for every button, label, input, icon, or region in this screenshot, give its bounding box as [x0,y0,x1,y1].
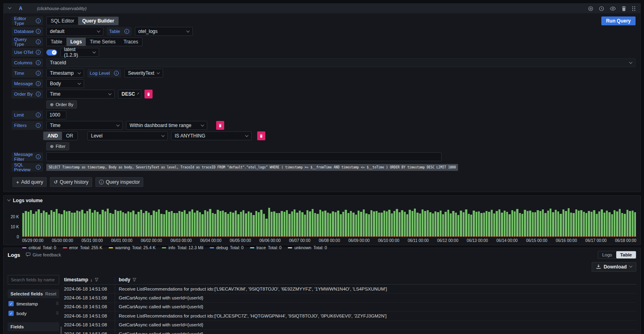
timestamp-column-header[interactable]: timestamp ↓ [64,277,115,283]
legend-swatch [250,247,254,248]
table-row[interactable]: 2024-06-18 14:51:08GetCartAsync called w… [64,293,636,302]
x-tick: 06/02 00:00 [141,238,162,243]
bool-or-option[interactable]: OR [62,132,77,140]
remove-order-by-button[interactable] [144,90,153,98]
info-icon[interactable]: i [36,50,41,55]
info-icon[interactable]: i [36,18,41,23]
legend-item-info[interactable]: infoTotal: 12.3 Mil [162,245,203,250]
order-by-row: Order By i Time DESC [12,90,636,98]
drag-handle-icon[interactable] [632,6,636,11]
query-inspector-button[interactable]: i Query inspector [95,177,144,187]
volume-bar [60,214,62,237]
drag-handle-icon[interactable]: ⠿ [56,311,58,316]
logs-volume-header[interactable]: Logs volume [8,198,636,203]
remove-filter-condition-button[interactable] [257,131,265,140]
info-icon[interactable]: i [36,165,41,170]
download-button[interactable]: Download [592,262,636,272]
otel-version-select[interactable]: latest (1.2.9) [60,48,99,57]
history-icon[interactable] [599,6,604,11]
volume-bar [176,213,178,237]
limit-input[interactable] [46,111,66,119]
add-filter-button[interactable]: ⊕ Filter [46,142,69,150]
legend-item-trace[interactable]: traceTotal: 0 [250,245,281,250]
info-icon[interactable]: i [36,92,41,96]
add-query-button[interactable]: + Add query [12,177,47,187]
table-row[interactable]: 2024-06-18 14:51:08GetCartAsync called w… [64,303,636,311]
info-icon[interactable]: i [36,81,41,86]
timestamp-cell: 2024-06-18 14:51:08 [64,287,115,291]
table-row[interactable]: 2024-06-18 14:51:08GetCartAsync called w… [64,321,636,330]
info-icon[interactable]: i [114,71,119,76]
drag-handle-icon[interactable]: ⠿ [56,301,58,306]
info-icon[interactable]: i [36,60,41,65]
info-icon[interactable]: i [36,123,41,128]
add-order-by-button[interactable]: ⊕ Order By [46,100,77,109]
info-icon[interactable]: i [36,39,41,44]
bool-and-option[interactable]: AND [43,132,62,140]
filter-level-select[interactable]: Level [87,131,168,140]
info-icon[interactable]: i [36,71,41,76]
give-feedback-link[interactable]: Give feedback [26,252,61,258]
message-column-select[interactable]: Body [46,79,84,88]
remove-filter-button[interactable] [216,121,224,130]
info-icon[interactable]: i [36,29,41,34]
columns-row: Columns i TraceId [12,58,636,67]
volume-bar [534,212,536,237]
filter-operator-select[interactable]: IS ANYTHING [171,131,252,140]
message-filter-input[interactable] [46,152,442,161]
chevron-down-icon[interactable] [8,6,11,9]
search-fields-input[interactable] [8,275,59,285]
query-type-traces[interactable]: Traces [120,38,142,46]
volume-bar [130,212,132,237]
table-row[interactable]: 2024-06-18 14:51:08GetCartAsync called w… [64,330,636,334]
info-icon[interactable]: i [36,154,41,159]
table-row[interactable]: 2024-06-18 14:51:08Receive ListRecommend… [64,285,636,293]
eye-icon[interactable] [610,6,616,11]
log-level-select[interactable]: SeverityText [124,69,163,78]
editor-type-query-builder[interactable]: Query Builder [78,17,118,25]
volume-bar [199,212,201,237]
query-type-time-series[interactable]: Time Series [86,38,120,46]
checkbox-checked[interactable]: ✓ [8,311,14,316]
database-select[interactable]: default [46,27,103,36]
legend-item-critical[interactable]: criticalTotal: 0 [22,245,56,250]
view-toggle-table[interactable]: Table [616,251,636,258]
sidebar-scrollbar[interactable] [60,326,62,334]
info-icon[interactable]: i [36,113,41,117]
legend-item-debug[interactable]: debugTotal: 0 [210,245,244,250]
duplicate-icon[interactable] [588,6,593,11]
reset-button[interactable]: Reset [45,291,56,296]
filter-funnel-icon[interactable] [95,278,99,282]
volume-bar [237,214,239,237]
query-type-table[interactable]: Table [47,38,66,46]
view-toggle-logs[interactable]: Logs [598,251,616,258]
volume-bar [432,213,434,237]
body-cell: GetCartAsync called with userId={userId} [115,293,636,302]
volume-bar [222,211,224,237]
legend-item-error[interactable]: errorTotal: 255 K [63,245,103,250]
order-by-field-select[interactable]: Time [46,90,115,98]
volume-bar [56,209,58,237]
legend-item-unknown[interactable]: unknownTotal: 0 [288,245,327,250]
body-column-header[interactable]: body [115,277,636,283]
query-type-logs[interactable]: Logs [66,38,86,46]
volume-bar [209,209,211,237]
info-icon[interactable]: i [124,29,129,34]
filter-condition-select[interactable]: Within dashboard time range [126,121,207,130]
trash-icon[interactable] [621,6,626,11]
editor-type-sql-editor[interactable]: SQL Editor [47,17,78,25]
checkbox-checked[interactable]: ✓ [8,301,14,306]
query-row-header[interactable]: A (clickhouse-observability) [4,4,640,13]
use-otel-toggle[interactable]: ✓ [46,49,57,55]
query-history-button[interactable]: ↺ Query history [50,177,92,187]
filter-funnel-icon[interactable] [132,278,136,282]
legend-item-warning[interactable]: warningTotal: 25.4 K [109,245,155,250]
sort-desc-icon[interactable]: ↓ [90,277,93,282]
time-column-select[interactable]: Timestamp [46,69,84,78]
filter-field-select[interactable]: Time [46,121,123,130]
table-select[interactable]: otel_logs [135,27,193,36]
table-row[interactable]: 2024-06-18 14:51:08Receive ListRecommend… [64,311,636,320]
columns-multiselect[interactable]: TraceId [46,58,636,67]
order-by-direction-select[interactable]: DESC [118,90,141,98]
run-query-button[interactable]: Run Query [601,16,636,25]
